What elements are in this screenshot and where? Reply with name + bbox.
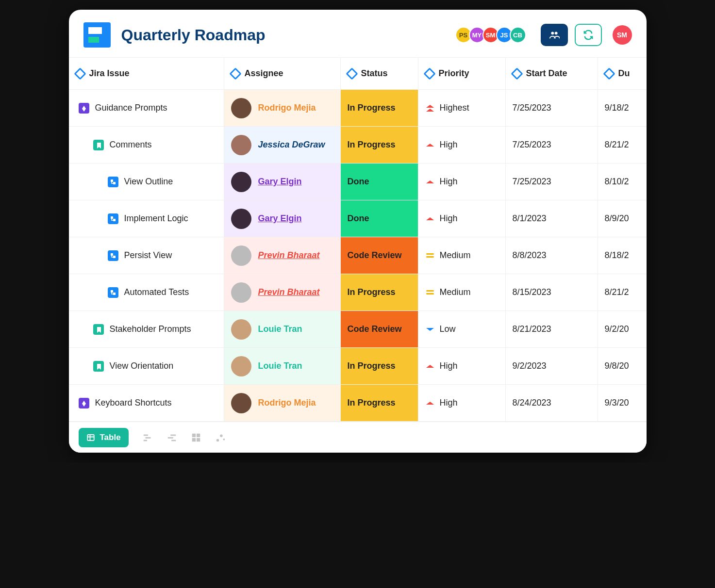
avatar <box>231 319 251 340</box>
share-button[interactable] <box>541 24 568 46</box>
svg-rect-12 <box>145 437 150 439</box>
issue-cell[interactable]: View Outline <box>69 163 224 200</box>
assignee-name: Previn Bharaat <box>258 287 320 297</box>
assignee-cell[interactable]: Gary Elgin <box>224 163 341 200</box>
table-row[interactable]: Automated Tests Previn Bharaat In Progre… <box>69 274 647 311</box>
col-header-due[interactable]: Du <box>598 58 647 89</box>
presence-avatar[interactable]: CB <box>510 27 526 43</box>
svg-rect-20 <box>197 438 200 441</box>
board-view-icon[interactable] <box>191 432 201 443</box>
start-date: 7/25/2023 <box>513 177 551 187</box>
start-date: 7/25/2023 <box>513 140 551 150</box>
priority-cell[interactable]: Medium <box>418 274 506 310</box>
issue-cell[interactable]: Implement Logic <box>69 200 224 237</box>
sync-button[interactable] <box>575 24 602 46</box>
svg-rect-8 <box>111 290 113 293</box>
issue-cell[interactable]: Guidance Prompts <box>69 90 224 126</box>
table-row[interactable]: Keyboard Shortcuts Rodrigo Mejia In Prog… <box>69 385 647 422</box>
start-date-cell[interactable]: 8/1/2023 <box>506 200 598 237</box>
table-row[interactable]: Comments Jessica DeGraw In Progress High… <box>69 127 647 163</box>
table-row[interactable]: View Outline Gary Elgin Done High 7/25/2… <box>69 163 647 200</box>
col-header-label: Du <box>618 68 630 79</box>
priority-cell[interactable]: Medium <box>418 237 506 274</box>
table-row[interactable]: Persist View Previn Bharaat Code Review … <box>69 237 647 274</box>
start-date-cell[interactable]: 7/25/2023 <box>506 90 598 126</box>
assignee-cell[interactable]: Previn Bharaat <box>224 237 341 274</box>
start-date-cell[interactable]: 8/21/2023 <box>506 311 598 347</box>
issue-title: Automated Tests <box>124 287 189 297</box>
issue-cell[interactable]: View Orientation <box>69 348 224 384</box>
due-date: 8/10/2 <box>605 177 629 187</box>
due-date-cell[interactable]: 8/21/2 <box>598 274 647 310</box>
col-header-assignee[interactable]: Assignee <box>224 58 341 89</box>
due-date-cell[interactable]: 9/3/20 <box>598 385 647 421</box>
gantt-view-icon[interactable] <box>142 432 153 443</box>
status-cell[interactable]: In Progress <box>341 348 418 384</box>
svg-rect-2 <box>111 180 113 182</box>
due-date-cell[interactable]: 8/10/2 <box>598 163 647 200</box>
issue-cell[interactable]: Persist View <box>69 237 224 274</box>
status-label: In Progress <box>348 103 396 113</box>
status-cell[interactable]: In Progress <box>341 90 418 126</box>
issue-cell[interactable]: Comments <box>69 127 224 163</box>
status-label: Done <box>348 213 369 224</box>
issue-cell[interactable]: Stakeholder Prompts <box>69 311 224 347</box>
priority-cell[interactable]: Highest <box>418 90 506 126</box>
priority-cell[interactable]: High <box>418 127 506 163</box>
app-window: Quarterly Roadmap PS MY SM JS CB SM Jira… <box>69 10 647 453</box>
table-row[interactable]: Stakeholder Prompts Louie Tran Code Revi… <box>69 311 647 348</box>
priority-cell[interactable]: High <box>418 348 506 384</box>
diamond-icon <box>423 67 435 80</box>
status-cell[interactable]: Code Review <box>341 311 418 347</box>
col-header-priority[interactable]: Priority <box>418 58 506 89</box>
table-row[interactable]: View Orientation Louie Tran In Progress … <box>69 348 647 385</box>
assignee-cell[interactable]: Rodrigo Mejia <box>224 90 341 126</box>
assignee-cell[interactable]: Previn Bharaat <box>224 274 341 310</box>
priority-cell[interactable]: High <box>418 385 506 421</box>
svg-point-22 <box>220 434 223 437</box>
issue-cell[interactable]: Keyboard Shortcuts <box>69 385 224 421</box>
col-header-status[interactable]: Status <box>341 58 418 89</box>
start-date-cell[interactable]: 9/2/2023 <box>506 348 598 384</box>
start-date-cell[interactable]: 7/25/2023 <box>506 127 598 163</box>
svg-rect-6 <box>111 253 113 256</box>
start-date-cell[interactable]: 8/8/2023 <box>506 237 598 274</box>
priority-cell[interactable]: Low <box>418 311 506 347</box>
current-user-avatar[interactable]: SM <box>613 25 632 45</box>
assignee-cell[interactable]: Louie Tran <box>224 348 341 384</box>
svg-point-1 <box>554 32 557 34</box>
due-date-cell[interactable]: 8/21/2 <box>598 127 647 163</box>
timeline-view-icon[interactable] <box>166 432 177 443</box>
status-label: Done <box>348 177 369 187</box>
issue-title: Comments <box>110 140 152 150</box>
priority-cell[interactable]: High <box>418 163 506 200</box>
issue-cell[interactable]: Automated Tests <box>69 274 224 310</box>
due-date-cell[interactable]: 9/8/20 <box>598 348 647 384</box>
status-cell[interactable]: Code Review <box>341 237 418 274</box>
due-date-cell[interactable]: 8/18/2 <box>598 237 647 274</box>
assignee-cell[interactable]: Jessica DeGraw <box>224 127 341 163</box>
table-view-button[interactable]: Table <box>79 428 129 447</box>
due-date-cell[interactable]: 9/18/2 <box>598 90 647 126</box>
assignee-cell[interactable]: Rodrigo Mejia <box>224 385 341 421</box>
start-date-cell[interactable]: 7/25/2023 <box>506 163 598 200</box>
assignee-cell[interactable]: Gary Elgin <box>224 200 341 237</box>
start-date-cell[interactable]: 8/15/2023 <box>506 274 598 310</box>
due-date-cell[interactable]: 9/2/20 <box>598 311 647 347</box>
status-cell[interactable]: In Progress <box>341 127 418 163</box>
start-date: 8/15/2023 <box>513 287 551 297</box>
diamond-icon <box>511 67 523 80</box>
status-cell[interactable]: In Progress <box>341 385 418 421</box>
due-date-cell[interactable]: 8/9/20 <box>598 200 647 237</box>
start-date-cell[interactable]: 8/24/2023 <box>506 385 598 421</box>
status-cell[interactable]: In Progress <box>341 274 418 310</box>
col-header-start[interactable]: Start Date <box>506 58 598 89</box>
chart-view-icon[interactable] <box>215 432 226 443</box>
status-cell[interactable]: Done <box>341 163 418 200</box>
table-row[interactable]: Implement Logic Gary Elgin Done High 8/1… <box>69 200 647 237</box>
status-cell[interactable]: Done <box>341 200 418 237</box>
col-header-issue[interactable]: Jira Issue <box>69 58 224 89</box>
assignee-cell[interactable]: Louie Tran <box>224 311 341 347</box>
priority-cell[interactable]: High <box>418 200 506 237</box>
table-row[interactable]: Guidance Prompts Rodrigo Mejia In Progre… <box>69 90 647 127</box>
